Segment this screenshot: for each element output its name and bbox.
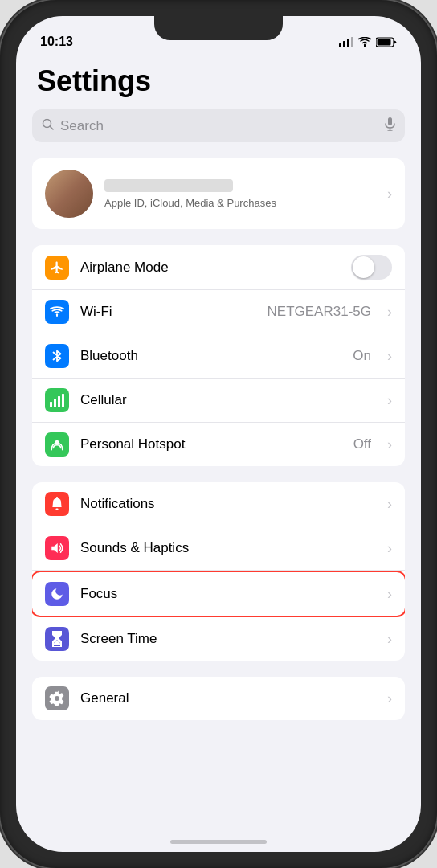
screen-time-label: Screen Time (80, 631, 376, 647)
airplane-mode-icon (45, 256, 69, 280)
notifications-group: Notifications › Sounds & Haptics › (32, 482, 405, 661)
home-indicator (170, 840, 267, 844)
general-row[interactable]: General › (32, 677, 405, 720)
airplane-mode-row[interactable]: Airplane Mode (32, 245, 405, 290)
profile-card[interactable]: Apple ID, iCloud, Media & Purchases › (32, 158, 405, 229)
svg-rect-16 (55, 509, 58, 510)
profile-name-blurred (104, 179, 233, 192)
phone-frame: 10:13 (0, 0, 437, 868)
wifi-label: Wi-Fi (80, 304, 256, 320)
phone-screen: 10:13 (16, 16, 421, 852)
screen-time-chevron: › (387, 631, 392, 648)
wifi-row[interactable]: Wi-Fi NETGEAR31-5G › (32, 290, 405, 334)
bluetooth-label: Bluetooth (80, 348, 341, 364)
svg-rect-1 (343, 41, 345, 47)
focus-row[interactable]: Focus › (32, 571, 405, 617)
screen-time-icon (45, 627, 69, 651)
search-icon (42, 118, 54, 133)
profile-info: Apple ID, iCloud, Media & Purchases (104, 179, 376, 209)
general-icon (45, 686, 69, 710)
notch (154, 16, 283, 40)
notifications-chevron: › (387, 496, 392, 513)
svg-rect-8 (388, 117, 392, 125)
general-group: General › (32, 677, 405, 720)
profile-chevron: › (387, 186, 392, 203)
svg-rect-11 (50, 402, 52, 407)
svg-rect-3 (351, 37, 353, 47)
search-input[interactable]: Search (60, 118, 378, 134)
hotspot-value: Off (353, 436, 371, 452)
bluetooth-chevron: › (387, 348, 392, 365)
wifi-chevron: › (387, 304, 392, 321)
svg-rect-2 (347, 39, 349, 47)
hotspot-chevron: › (387, 436, 392, 453)
wifi-icon (45, 300, 69, 324)
screen-time-row[interactable]: Screen Time › (32, 617, 405, 661)
hotspot-label: Personal Hotspot (80, 436, 342, 452)
general-label: General (80, 690, 376, 706)
notifications-row[interactable]: Notifications › (32, 482, 405, 526)
avatar (45, 170, 93, 218)
bluetooth-value: On (353, 348, 371, 364)
bluetooth-icon (45, 344, 69, 368)
notifications-label: Notifications (80, 496, 376, 512)
mic-icon (385, 117, 395, 134)
sounds-label: Sounds & Haptics (80, 540, 376, 556)
cellular-row[interactable]: Cellular › (32, 379, 405, 423)
svg-rect-12 (54, 399, 56, 407)
screen-content: Settings Search (16, 56, 421, 852)
sounds-icon (45, 536, 69, 560)
status-icons (339, 37, 397, 47)
svg-rect-14 (62, 394, 64, 407)
wifi-value: NETGEAR31-5G (268, 304, 371, 320)
svg-rect-5 (378, 39, 391, 45)
focus-chevron: › (387, 586, 392, 603)
focus-icon (45, 582, 69, 606)
signal-icon (339, 37, 353, 47)
hotspot-icon (45, 432, 69, 457)
status-time: 10:13 (40, 35, 73, 49)
focus-label: Focus (80, 586, 376, 602)
svg-line-7 (51, 127, 54, 130)
page-title: Settings (37, 64, 405, 98)
svg-rect-0 (339, 43, 341, 47)
svg-rect-13 (58, 396, 60, 407)
search-bar[interactable]: Search (32, 109, 405, 142)
profile-subtitle: Apple ID, iCloud, Media & Purchases (104, 197, 376, 209)
general-chevron: › (387, 690, 392, 707)
cellular-chevron: › (387, 392, 392, 409)
hotspot-row[interactable]: Personal Hotspot Off › (32, 423, 405, 466)
airplane-mode-label: Airplane Mode (80, 260, 340, 276)
cellular-label: Cellular (80, 392, 376, 408)
sounds-chevron: › (387, 540, 392, 557)
bluetooth-row[interactable]: Bluetooth On › (32, 334, 405, 379)
sounds-row[interactable]: Sounds & Haptics › (32, 526, 405, 571)
wifi-status-icon (358, 37, 371, 47)
cellular-icon (45, 388, 69, 412)
battery-status-icon (376, 37, 397, 47)
notifications-icon (45, 492, 69, 516)
airplane-mode-toggle[interactable] (351, 255, 392, 280)
svg-marker-18 (51, 543, 58, 553)
connectivity-group: Airplane Mode Wi-Fi NETGEAR31-5G (32, 245, 405, 466)
